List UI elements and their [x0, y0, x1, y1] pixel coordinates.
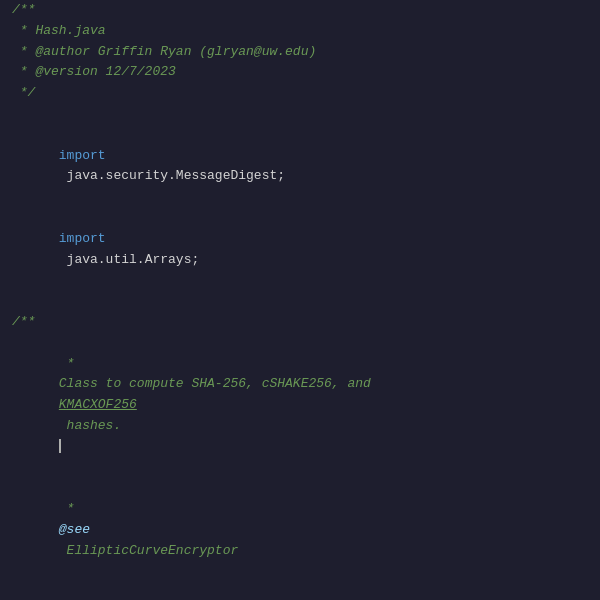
code-line: import java.security.MessageDigest; [0, 125, 600, 208]
code-line: * Hash.java [0, 21, 600, 42]
code-line: /** [0, 312, 600, 333]
code-line: * @see EllipticCurveEncryptor [0, 478, 600, 582]
code-line: * Class to compute SHA-256, cSHAKE256, a… [0, 333, 600, 479]
code-line: /** [0, 0, 600, 21]
code-line: import java.util.Arrays; [0, 208, 600, 291]
code-line: * @see Keccak [0, 582, 600, 600]
code-editor: /** * Hash.java * @author Griffin Ryan (… [0, 0, 600, 600]
code-line [0, 291, 600, 312]
code-line [0, 104, 600, 125]
code-line: */ [0, 83, 600, 104]
code-line: * @author Griffin Ryan (glryan@uw.edu) [0, 42, 600, 63]
code-line: * @version 12/7/2023 [0, 62, 600, 83]
